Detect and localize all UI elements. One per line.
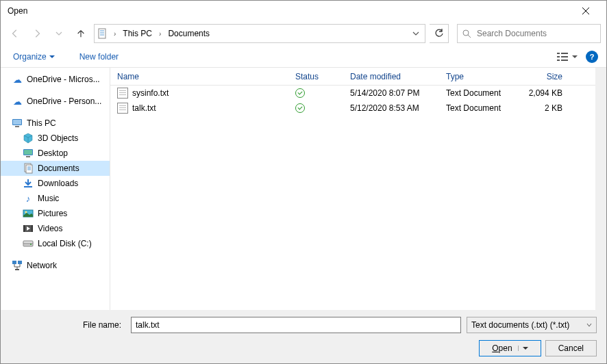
new-folder-button[interactable]: New folder — [75, 51, 123, 62]
filename-input[interactable] — [131, 317, 461, 333]
svg-rect-7 — [561, 60, 568, 61]
scrollbar[interactable] — [595, 68, 606, 310]
svg-point-1 — [463, 30, 469, 36]
svg-rect-12 — [24, 150, 32, 155]
status-synced-icon — [295, 88, 305, 98]
drive-icon — [23, 238, 34, 249]
videos-icon — [23, 223, 34, 234]
tree-thispc[interactable]: This PC — [1, 116, 110, 131]
cloud-icon: ☁ — [12, 74, 23, 85]
text-file-icon — [117, 103, 128, 114]
address-bar[interactable]: › This PC › Documents — [94, 24, 425, 43]
chevron-down-icon — [586, 322, 592, 328]
svg-rect-2 — [557, 53, 560, 54]
documents-icon — [23, 163, 34, 174]
text-file-icon — [117, 88, 128, 99]
svg-rect-9 — [13, 120, 21, 125]
close-button[interactable] — [570, 1, 601, 21]
tree-music[interactable]: ♪ Music — [1, 191, 110, 206]
cloud-icon: ☁ — [12, 96, 23, 107]
tree-documents[interactable]: Documents — [1, 161, 110, 176]
downloads-icon — [23, 178, 34, 189]
tree-onedrive-ms[interactable]: ☁ OneDrive - Micros... — [1, 72, 110, 87]
footer: File name: Text documents (.txt) (*.txt)… — [1, 310, 606, 363]
tree-3dobjects[interactable]: 3D Objects — [1, 131, 110, 146]
tree-network[interactable]: Network — [1, 258, 110, 273]
refresh-button[interactable] — [430, 24, 449, 43]
chevron-down-icon — [572, 54, 578, 60]
address-dropdown[interactable] — [410, 30, 422, 37]
music-icon: ♪ — [23, 193, 34, 204]
file-type: Text Document — [439, 88, 521, 98]
search-icon — [462, 29, 471, 38]
file-row[interactable]: sysinfo.txt 5/14/2020 8:07 PM Text Docum… — [110, 86, 595, 101]
svg-rect-25 — [12, 261, 16, 264]
window-title: Open — [6, 6, 570, 16]
file-row[interactable]: talk.txt 5/12/2020 8:53 AM Text Document… — [110, 101, 595, 116]
desktop-icon — [23, 148, 34, 159]
tree-downloads[interactable]: Downloads — [1, 176, 110, 191]
cancel-button[interactable]: Cancel — [545, 340, 597, 356]
svg-rect-16 — [24, 186, 32, 187]
back-button[interactable] — [6, 25, 24, 42]
search-input[interactable] — [475, 28, 596, 39]
svg-rect-21 — [32, 225, 33, 232]
organize-button[interactable]: Organize — [9, 51, 59, 62]
3d-icon — [23, 133, 34, 144]
view-options-button[interactable] — [557, 52, 578, 62]
tree-videos[interactable]: Videos — [1, 221, 110, 236]
filetype-combo[interactable]: Text documents (.txt) (*.txt) — [467, 317, 597, 333]
nav-tree[interactable]: ☁ OneDrive - Micros... ☁ OneDrive - Pers… — [1, 68, 110, 310]
chevron-right-icon: › — [156, 30, 164, 38]
body: ☁ OneDrive - Micros... ☁ OneDrive - Pers… — [1, 68, 606, 310]
folder-doc-icon — [97, 28, 108, 39]
svg-rect-4 — [557, 56, 560, 57]
svg-rect-23 — [23, 241, 33, 244]
network-icon — [12, 260, 23, 271]
filetype-label: Text documents (.txt) (*.txt) — [471, 320, 569, 330]
pictures-icon — [23, 208, 34, 219]
file-size: 2 KB — [521, 103, 576, 113]
breadcrumb-documents[interactable]: Documents — [166, 27, 211, 40]
svg-rect-27 — [15, 269, 19, 270]
file-name: talk.txt — [132, 103, 156, 113]
col-type[interactable]: Type — [439, 72, 521, 81]
tree-desktop[interactable]: Desktop — [1, 146, 110, 161]
svg-rect-20 — [23, 225, 25, 232]
file-rows[interactable]: sysinfo.txt 5/14/2020 8:07 PM Text Docum… — [110, 86, 595, 310]
newfolder-label: New folder — [79, 52, 119, 62]
column-headers[interactable]: Name Status Date modified Type Size — [110, 68, 595, 86]
col-name[interactable]: Name — [110, 72, 288, 81]
open-split-arrow[interactable] — [518, 346, 528, 351]
forward-button[interactable] — [28, 25, 46, 42]
svg-rect-15 — [26, 165, 32, 173]
col-date[interactable]: Date modified — [343, 72, 439, 81]
svg-rect-26 — [18, 261, 22, 264]
nav-bar: › This PC › Documents — [1, 21, 606, 46]
tree-localdisk[interactable]: Local Disk (C:) — [1, 236, 110, 251]
pc-icon — [12, 118, 23, 129]
file-date: 5/14/2020 8:07 PM — [343, 88, 439, 98]
filename-label: File name: — [10, 320, 125, 330]
svg-rect-13 — [26, 156, 30, 157]
up-button[interactable] — [72, 25, 90, 42]
col-status[interactable]: Status — [288, 72, 343, 81]
svg-rect-3 — [561, 53, 568, 54]
help-button[interactable]: ? — [586, 51, 598, 63]
status-synced-icon — [295, 103, 305, 113]
svg-rect-10 — [15, 126, 19, 127]
file-list: Name Status Date modified Type Size sysi… — [110, 68, 595, 310]
tree-pictures[interactable]: Pictures — [1, 206, 110, 221]
svg-rect-6 — [557, 60, 560, 61]
open-dialog: Open › This PC › Documents — [0, 0, 607, 364]
tree-onedrive-personal[interactable]: ☁ OneDrive - Person... — [1, 94, 110, 109]
breadcrumb-thispc[interactable]: This PC — [121, 27, 153, 40]
col-size[interactable]: Size — [521, 72, 576, 81]
svg-point-24 — [30, 244, 32, 245]
svg-rect-0 — [99, 29, 106, 38]
search-box[interactable] — [457, 24, 601, 43]
chevron-down-icon — [49, 54, 55, 60]
open-button[interactable]: Open — [479, 340, 541, 356]
recent-dropdown[interactable] — [50, 25, 68, 42]
file-date: 5/12/2020 8:53 AM — [343, 103, 439, 113]
